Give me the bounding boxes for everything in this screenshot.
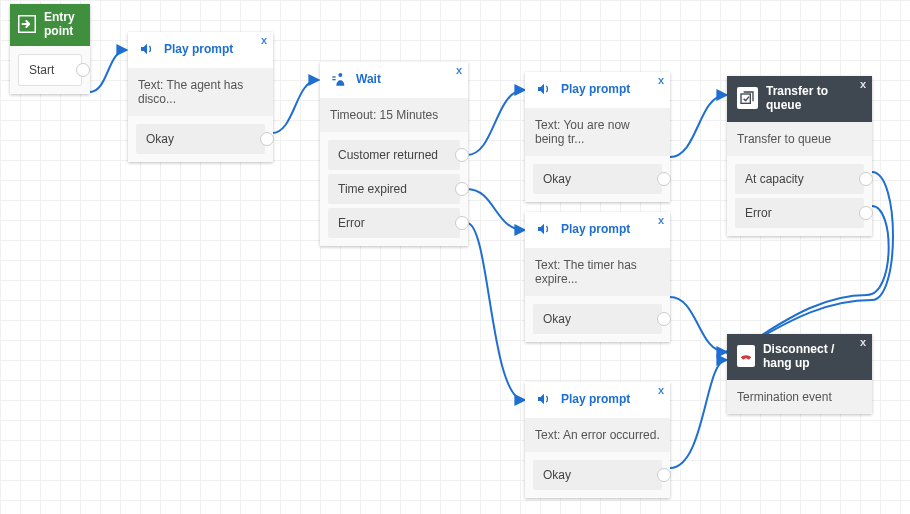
node-header: Play prompt x [128, 32, 273, 68]
output-label: Start [29, 63, 54, 77]
output-label: Error [745, 206, 772, 220]
node-title: Disconnect / hang up [763, 342, 862, 370]
close-icon[interactable]: x [860, 78, 866, 90]
node-body: Timeout: 15 Minutes [320, 98, 468, 132]
close-icon[interactable]: x [658, 214, 664, 226]
svg-rect-3 [332, 79, 335, 80]
node-play-prompt-agent-disco[interactable]: Play prompt x Text: The agent has disco.… [128, 32, 273, 162]
output-port[interactable] [455, 216, 469, 230]
node-title: Wait [356, 72, 381, 86]
output-port[interactable] [657, 312, 671, 326]
speaker-icon [535, 220, 553, 238]
output-port[interactable] [455, 148, 469, 162]
output-port[interactable] [859, 206, 873, 220]
svg-rect-2 [332, 76, 335, 77]
output-port[interactable] [260, 132, 274, 146]
node-title: Play prompt [164, 42, 233, 56]
output-okay[interactable]: Okay [136, 124, 265, 154]
node-title: Entry point [44, 10, 82, 38]
output-label: Okay [543, 312, 571, 326]
speaker-icon [138, 40, 156, 58]
node-header: Play prompt x [525, 382, 670, 418]
output-port[interactable] [859, 172, 873, 186]
output-label: Okay [543, 468, 571, 482]
output-port[interactable] [76, 63, 90, 77]
transfer-queue-icon [737, 87, 758, 109]
node-body: Text: The agent has disco... [128, 68, 273, 116]
node-wait[interactable]: Wait x Timeout: 15 Minutes Customer retu… [320, 62, 468, 246]
output-start[interactable]: Start [18, 54, 82, 86]
output-okay[interactable]: Okay [533, 304, 662, 334]
node-body: Text: You are now being tr... [525, 108, 670, 156]
svg-point-1 [338, 73, 342, 77]
output-port[interactable] [657, 172, 671, 186]
close-icon[interactable]: x [658, 74, 664, 86]
wait-person-icon [330, 70, 348, 88]
entry-arrow-icon [18, 15, 36, 33]
node-header: Transfer to queue x [727, 76, 872, 122]
output-error[interactable]: Error [328, 208, 460, 238]
close-icon[interactable]: x [860, 336, 866, 348]
node-body: Termination event [727, 380, 872, 414]
node-header: Play prompt x [525, 212, 670, 248]
node-disconnect-hangup[interactable]: Disconnect / hang up x Termination event [727, 334, 872, 414]
output-customer-returned[interactable]: Customer returned [328, 140, 460, 170]
close-icon[interactable]: x [261, 34, 267, 46]
speaker-icon [535, 80, 553, 98]
output-okay[interactable]: Okay [533, 460, 662, 490]
node-title: Transfer to queue [766, 84, 862, 112]
node-play-prompt-timer-expired[interactable]: Play prompt x Text: The timer has expire… [525, 212, 670, 342]
node-title: Play prompt [561, 222, 630, 236]
output-label: Customer returned [338, 148, 438, 162]
node-body: Text: An error occurred. [525, 418, 670, 452]
node-title: Play prompt [561, 392, 630, 406]
output-at-capacity[interactable]: At capacity [735, 164, 864, 194]
node-header: Entry point [10, 4, 90, 46]
speaker-icon [535, 390, 553, 408]
output-port[interactable] [455, 182, 469, 196]
svg-rect-4 [741, 94, 750, 103]
node-transfer-to-queue[interactable]: Transfer to queue x Transfer to queue At… [727, 76, 872, 236]
hangup-phone-icon [737, 345, 755, 367]
node-play-prompt-error[interactable]: Play prompt x Text: An error occurred. O… [525, 382, 670, 498]
output-time-expired[interactable]: Time expired [328, 174, 460, 204]
output-error[interactable]: Error [735, 198, 864, 228]
close-icon[interactable]: x [456, 64, 462, 76]
close-icon[interactable]: x [658, 384, 664, 396]
node-play-prompt-being-transferred[interactable]: Play prompt x Text: You are now being tr… [525, 72, 670, 202]
node-header: Wait x [320, 62, 468, 98]
node-header: Play prompt x [525, 72, 670, 108]
output-label: Okay [543, 172, 571, 186]
output-label: At capacity [745, 172, 804, 186]
output-label: Time expired [338, 182, 407, 196]
node-body: Transfer to queue [727, 122, 872, 156]
output-label: Okay [146, 132, 174, 146]
output-label: Error [338, 216, 365, 230]
node-title: Play prompt [561, 82, 630, 96]
output-okay[interactable]: Okay [533, 164, 662, 194]
output-port[interactable] [657, 468, 671, 482]
node-entry-point[interactable]: Entry point Start [10, 4, 90, 94]
node-body: Text: The timer has expire... [525, 248, 670, 296]
node-header: Disconnect / hang up x [727, 334, 872, 380]
